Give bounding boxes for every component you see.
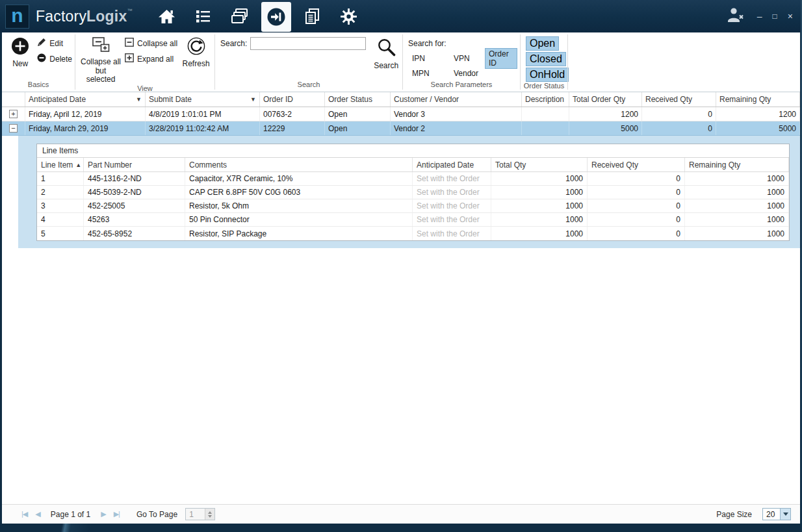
column-label: Anticipated Date <box>29 95 86 104</box>
column-label: Order ID <box>263 95 293 104</box>
line-item-row[interactable]: 2 445-5039-2-ND CAP CER 6.8PF 50V C0G 06… <box>37 186 789 199</box>
refresh-button[interactable]: Refresh <box>180 36 212 84</box>
cell-description <box>522 107 569 121</box>
row-expander[interactable]: − <box>9 124 18 133</box>
column-label: Received Qty <box>645 95 692 104</box>
collapse-all-but-selected-button[interactable]: Collapse all but selected <box>81 36 121 84</box>
order-status-closed[interactable]: Closed <box>526 52 566 66</box>
search-input[interactable] <box>250 37 366 50</box>
li-cell-received-qty: 0 <box>588 227 685 240</box>
first-page-button[interactable]: |◀ <box>21 510 27 518</box>
li-cell-total-qty: 1000 <box>491 199 588 212</box>
goto-page-spinner[interactable] <box>205 509 214 520</box>
trademark-symbol: ™ <box>127 8 132 14</box>
li-column-header-total-qty[interactable]: Total Qty <box>491 158 588 171</box>
column-header-submit-date[interactable]: Submit Date ▼ <box>146 92 260 107</box>
goto-page-label: Go To Page <box>136 510 177 519</box>
li-cell-part-number: 452-25005 <box>84 199 185 212</box>
delete-minus-icon <box>37 53 46 64</box>
line-item-row[interactable]: 3 452-25005 Resistor, 5k Ohm Set with th… <box>37 199 789 213</box>
li-cell-part-number: 452-65-8952 <box>84 227 185 240</box>
page-size-select[interactable]: 20 <box>762 508 791 520</box>
order-row[interactable]: + Friday, April 12, 2019 4/8/2019 1:01:0… <box>2 107 800 121</box>
search-param-ipn[interactable]: IPN <box>408 53 429 64</box>
li-cell-anticipated-date: Set with the Order <box>413 172 491 185</box>
order-status-onhold[interactable]: OnHold <box>526 68 569 82</box>
orders-grid-header: Anticipated Date ▼ Submit Date ▼ Order I… <box>2 92 800 107</box>
search-param-order-id[interactable]: Order ID <box>485 48 517 69</box>
li-column-header-line-item[interactable]: Line Item ▲ <box>37 158 84 171</box>
collapse-all-button[interactable]: Collapse all <box>125 38 177 49</box>
group-label-basics: Basics <box>2 81 75 92</box>
receiving-icon[interactable] <box>261 2 291 32</box>
column-label: Submit Date <box>149 95 192 104</box>
search-button-label: Search <box>374 62 398 71</box>
column-label: Part Number <box>88 160 132 170</box>
order-status-open[interactable]: Open <box>526 36 559 51</box>
row-expander[interactable]: + <box>9 110 18 118</box>
li-column-header-comments[interactable]: Comments <box>185 158 413 171</box>
li-cell-anticipated-date: Set with the Order <box>413 199 491 212</box>
user-logout-icon[interactable] <box>725 6 745 26</box>
cell-received-qty: 0 <box>642 121 716 135</box>
search-param-mpn[interactable]: MPN <box>408 68 433 79</box>
delete-button-label: Delete <box>49 55 72 64</box>
cell-order-id: 00763-2 <box>260 107 325 121</box>
column-label: Received Qty <box>591 160 638 170</box>
materials-icon[interactable] <box>225 1 255 31</box>
column-header-anticipated-date[interactable]: Anticipated Date ▼ <box>25 92 146 107</box>
maximize-button[interactable]: □ <box>773 12 777 20</box>
line-item-row[interactable]: 5 452-65-8952 Resistor, SIP Package Set … <box>37 227 789 240</box>
titlebar: n FactoryLogix™ <box>0 0 802 32</box>
cell-anticipated-date: Friday, April 12, 2019 <box>25 107 146 121</box>
home-icon[interactable] <box>152 1 182 31</box>
li-cell-part-number: 445-1316-2-ND <box>84 172 185 185</box>
delete-button[interactable]: Delete <box>37 53 72 64</box>
column-header-remaining-qty[interactable]: Remaining Qty <box>716 92 800 107</box>
li-cell-part-number: 45263 <box>84 213 185 226</box>
line-item-row[interactable]: 4 45263 50 Pin Connector Set with the Or… <box>37 213 789 227</box>
li-column-header-remaining-qty[interactable]: Remaining Qty <box>685 158 789 171</box>
minimize-button[interactable]: – <box>757 12 762 21</box>
li-cell-received-qty: 0 <box>588 199 685 212</box>
search-param-vpn[interactable]: VPN <box>450 53 474 64</box>
next-page-button[interactable]: ▶ <box>101 510 105 518</box>
expand-all-button[interactable]: Expand all <box>125 53 177 64</box>
column-header-customer-vendor[interactable]: Customer / Vendor <box>391 92 522 107</box>
column-header-order-id[interactable]: Order ID <box>260 92 325 107</box>
settings-gear-icon[interactable] <box>334 1 364 31</box>
new-button[interactable]: New <box>7 36 33 81</box>
page-size-value: 20 <box>763 509 780 520</box>
li-column-header-part-number[interactable]: Part Number <box>84 158 185 171</box>
li-cell-line-item: 5 <box>37 227 84 240</box>
li-cell-received-qty: 0 <box>588 186 685 199</box>
expand-all-label: Expand all <box>137 55 174 64</box>
li-cell-total-qty: 1000 <box>491 213 588 226</box>
column-header-description[interactable]: Description <box>522 92 569 107</box>
li-column-header-anticipated-date[interactable]: Anticipated Date <box>413 158 491 171</box>
search-param-vendor[interactable]: Vendor <box>450 68 482 79</box>
close-button[interactable]: × <box>788 12 793 21</box>
search-button[interactable]: Search <box>372 36 400 81</box>
app-title: FactoryLogix™ <box>36 8 133 25</box>
line-item-row[interactable]: 1 445-1316-2-ND Capacitor, X7R Ceramic, … <box>37 172 789 186</box>
group-label-view: View <box>75 84 214 92</box>
line-items-grid: Line Items Line Item ▲ Part Number Comme… <box>36 144 790 241</box>
column-header-order-status[interactable]: Order Status <box>325 92 391 107</box>
previous-page-button[interactable]: ◀ <box>35 510 40 518</box>
reports-icon[interactable] <box>298 1 328 31</box>
edit-button[interactable]: Edit <box>37 38 72 49</box>
page-indicator: Page 1 of 1 <box>51 510 90 519</box>
column-header-received-qty[interactable]: Received Qty <box>642 92 716 107</box>
ribbon-group-basics: New Edit Delete Basics <box>2 32 75 92</box>
column-header-total-order-qty[interactable]: Total Order Qty <box>569 92 642 107</box>
li-column-header-received-qty[interactable]: Received Qty <box>588 158 685 171</box>
search-field-label: Search: <box>220 39 247 81</box>
spinner-down-icon <box>208 515 212 518</box>
order-row-selected[interactable]: − Friday, March 29, 2019 3/28/2019 11:02… <box>2 121 800 136</box>
column-label: Order Status <box>328 95 372 104</box>
work-instructions-icon[interactable] <box>188 1 218 31</box>
goto-page-input[interactable]: 1 <box>185 508 215 520</box>
ribbon-group-view: Collapse all but selected Collapse all E… <box>75 32 214 92</box>
last-page-button[interactable]: ▶| <box>114 510 120 518</box>
